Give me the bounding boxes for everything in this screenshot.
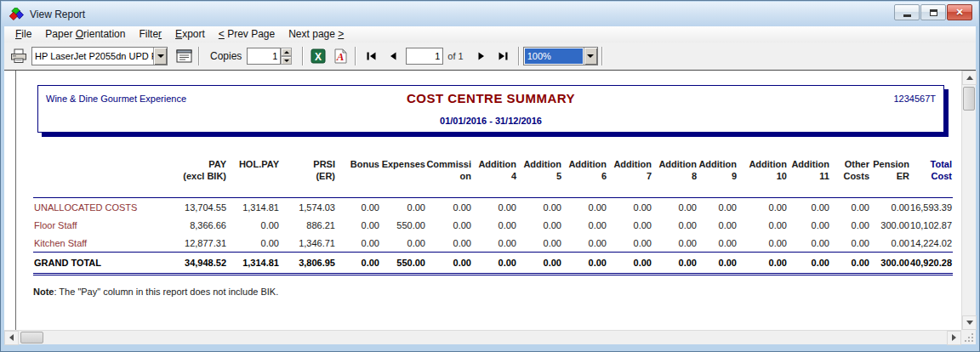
table-cell: 0.00 (426, 216, 472, 234)
minimize-button[interactable] (894, 4, 920, 20)
table-cell: 34,948.52 (152, 253, 227, 274)
table-cell: 0.00 (607, 216, 652, 234)
report-app-icon (9, 8, 24, 21)
table-cell: 0.00 (380, 198, 426, 217)
vertical-scroll-thumb[interactable] (963, 87, 975, 111)
zoom-select[interactable]: 100% (523, 47, 598, 65)
first-page-icon (366, 51, 377, 61)
svg-text:X: X (315, 51, 322, 63)
scroll-right-button[interactable] (947, 331, 961, 345)
table-cell: 0.00 (788, 234, 830, 253)
table-cell: 0.00 (472, 198, 517, 217)
export-excel-button[interactable]: X (307, 46, 329, 66)
vertical-scrollbar[interactable] (961, 71, 976, 330)
page-number-input[interactable] (406, 48, 443, 65)
scroll-up-button[interactable] (962, 71, 977, 85)
copies-spinner-down[interactable] (281, 56, 292, 65)
report-note-label: Note (33, 287, 54, 297)
resize-grip-icon (961, 330, 976, 344)
arrow-up-icon (966, 76, 973, 80)
table-cell: 0.00 (562, 198, 607, 217)
scroll-left-button[interactable] (4, 331, 19, 345)
prev-page-button[interactable] (382, 46, 404, 66)
scroll-down-button[interactable] (962, 315, 977, 330)
printer-properties-button[interactable] (173, 46, 195, 66)
close-icon: ✕ (955, 7, 963, 18)
horizontal-scrollbar[interactable] (4, 330, 961, 344)
menu-prev-page[interactable]: < Prev Page (212, 26, 282, 43)
table-cell: 550.00 (380, 253, 426, 274)
prev-page-icon (388, 51, 398, 61)
table-cell: 14,224.02 (910, 234, 953, 253)
tax-reference: 1234567T (893, 94, 936, 104)
table-cell: 0.00 (698, 234, 738, 253)
print-button[interactable] (8, 46, 30, 66)
resize-grip[interactable] (961, 330, 976, 344)
table-cell: 0.00 (336, 198, 380, 217)
report-viewport: Wine & Dine Gourmet Experience COST CENT… (4, 70, 976, 344)
arrow-down-icon (966, 321, 973, 325)
table-cell: 0.00 (517, 198, 562, 217)
restore-button[interactable] (920, 4, 946, 20)
copies-input[interactable] (247, 48, 281, 65)
table-cell: 16,593.39 (910, 198, 953, 217)
close-button[interactable]: ✕ (947, 4, 972, 20)
printer-select-value: HP LaserJet P2055dn UPD PCL (32, 48, 153, 65)
minimize-icon (903, 14, 911, 17)
title-bar[interactable]: View Report ✕ (2, 2, 978, 26)
table-cell: 300.00 (870, 253, 910, 274)
table-header-cell: Addition 8 (652, 158, 698, 198)
grand-total-underline (33, 274, 953, 275)
table-cell: 12,877.31 (152, 234, 227, 253)
printer-select[interactable]: HP LaserJet P2055dn UPD PCL (31, 47, 168, 65)
zoom-dropdown-button[interactable] (584, 48, 597, 65)
horizontal-scroll-thumb[interactable] (20, 332, 43, 343)
menu-bar: File Paper Orientation Filter Export < P… (4, 26, 976, 43)
report-note-text: : The "Pay" column in this report does n… (54, 287, 278, 297)
table-cell: 0.00 (426, 198, 472, 217)
excel-icon: X (311, 48, 326, 64)
table-cell: 0.00 (788, 253, 830, 274)
table-cell: 0.00 (738, 216, 788, 234)
menu-paper-orientation[interactable]: Paper Orientation (38, 26, 132, 43)
report-table: PAY (excl BIK)HOL.PAYPRSI (ER)BonusExpen… (33, 158, 953, 274)
report-header-box: Wine & Dine Gourmet Experience COST CENT… (37, 85, 944, 133)
table-cell: 0.00 (698, 198, 738, 217)
menu-next-page[interactable]: Next page > (282, 26, 350, 43)
table-cell: 0.00 (380, 234, 426, 253)
table-cell: 0.00 (562, 216, 607, 234)
menu-export[interactable]: Export (168, 26, 212, 43)
table-cell: 0.00 (336, 253, 380, 274)
report-title: COST CENTRE SUMMARY (38, 91, 943, 105)
printer-dropdown-button[interactable] (153, 48, 167, 65)
menu-file[interactable]: File (9, 26, 38, 43)
table-header-cell: Expenses (380, 158, 426, 198)
export-pdf-button[interactable]: A (329, 46, 351, 66)
table-cell: 0.00 (830, 253, 870, 274)
table-cell: 0.00 (830, 216, 870, 234)
table-cell: 0.00 (788, 198, 830, 217)
arrow-right-icon (952, 334, 956, 341)
last-page-button[interactable] (493, 46, 515, 66)
copies-spinner (281, 48, 292, 65)
table-header-cell: PAY (excl BIK) (152, 158, 227, 198)
table-cell: 0.00 (517, 216, 562, 234)
table-header-cell: Addition 11 (788, 158, 830, 198)
toolbar-separator (355, 47, 356, 65)
table-cell: 300.00 (870, 216, 910, 234)
menu-filter[interactable]: Filter (132, 26, 168, 43)
report-page: Wine & Dine Gourmet Experience COST CENT… (15, 71, 961, 330)
copies-spinner-up[interactable] (281, 48, 292, 56)
table-header-cell: Total Cost (910, 158, 953, 198)
table-cell: 0.00 (607, 198, 652, 217)
table-cell: 0.00 (830, 234, 870, 253)
view-report-window: View Report ✕ File Paper Orientation Fil… (0, 0, 980, 352)
table-cell: 0.00 (652, 253, 698, 274)
table-cell: 1,346.71 (280, 234, 336, 253)
page-count-label: of 1 (447, 51, 463, 61)
table-cell: 0.00 (472, 216, 517, 234)
arrow-left-icon (9, 334, 14, 341)
printer-icon (10, 48, 27, 64)
next-page-button[interactable] (470, 46, 493, 66)
first-page-button[interactable] (360, 46, 382, 66)
